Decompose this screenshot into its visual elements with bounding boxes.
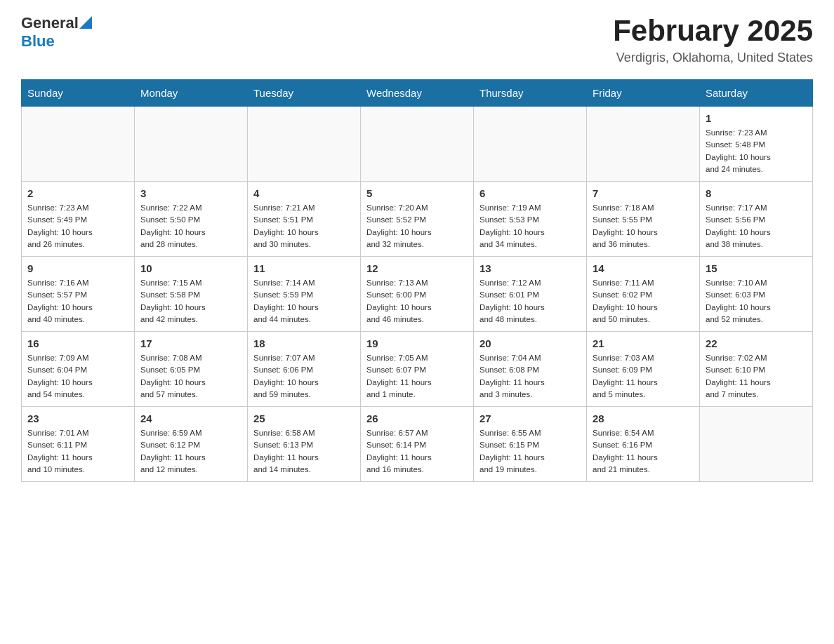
day-number: 5 [366,187,468,199]
day-number: 23 [27,412,128,424]
logo-general-text: General [21,14,79,32]
day-number: 17 [140,337,241,349]
day-number: 25 [253,412,355,424]
day-number: 22 [706,337,807,349]
day-info: Sunrise: 6:55 AMSunset: 6:15 PMDaylight:… [479,427,581,476]
weekday-header-monday: Monday [135,80,248,107]
calendar-day-cell: 28Sunrise: 6:54 AMSunset: 6:16 PMDayligh… [587,407,700,482]
calendar-table: SundayMondayTuesdayWednesdayThursdayFrid… [21,79,813,482]
calendar-title: February 2025 [613,14,813,48]
calendar-day-cell: 15Sunrise: 7:10 AMSunset: 6:03 PMDayligh… [700,257,813,332]
weekday-header-saturday: Saturday [700,80,813,107]
day-info: Sunrise: 7:03 AMSunset: 6:09 PMDaylight:… [593,352,694,401]
calendar-day-cell: 22Sunrise: 7:02 AMSunset: 6:10 PMDayligh… [700,332,813,407]
day-number: 19 [366,337,468,349]
weekday-header-wednesday: Wednesday [361,80,474,107]
day-number: 1 [706,112,807,124]
day-info: Sunrise: 7:17 AMSunset: 5:56 PMDaylight:… [706,202,807,250]
calendar-day-cell [587,107,700,182]
day-info: Sunrise: 7:12 AMSunset: 6:01 PMDaylight:… [479,277,581,326]
calendar-day-cell: 24Sunrise: 6:59 AMSunset: 6:12 PMDayligh… [135,407,248,482]
calendar-day-cell [361,107,474,182]
day-number: 18 [253,337,355,349]
calendar-day-cell: 11Sunrise: 7:14 AMSunset: 5:59 PMDayligh… [248,257,361,332]
day-number: 10 [140,262,241,274]
calendar-day-cell: 7Sunrise: 7:18 AMSunset: 5:55 PMDaylight… [587,182,700,257]
calendar-week-row: 9Sunrise: 7:16 AMSunset: 5:57 PMDaylight… [22,257,813,332]
calendar-week-row: 23Sunrise: 7:01 AMSunset: 6:11 PMDayligh… [22,407,813,482]
calendar-day-cell [248,107,361,182]
calendar-day-cell: 2Sunrise: 7:23 AMSunset: 5:49 PMDaylight… [22,182,135,257]
day-info: Sunrise: 7:04 AMSunset: 6:08 PMDaylight:… [479,352,581,401]
day-info: Sunrise: 7:22 AMSunset: 5:50 PMDaylight:… [140,202,241,250]
calendar-day-cell: 4Sunrise: 7:21 AMSunset: 5:51 PMDaylight… [248,182,361,257]
calendar-day-cell: 1Sunrise: 7:23 AMSunset: 5:48 PMDaylight… [700,107,813,182]
calendar-body: 1Sunrise: 7:23 AMSunset: 5:48 PMDaylight… [22,107,813,482]
calendar-day-cell [22,107,135,182]
calendar-day-cell [700,407,813,482]
logo-blue-text: Blue [21,32,55,50]
day-info: Sunrise: 7:01 AMSunset: 6:11 PMDaylight:… [27,427,128,476]
calendar-day-cell: 9Sunrise: 7:16 AMSunset: 5:57 PMDaylight… [22,257,135,332]
calendar-week-row: 2Sunrise: 7:23 AMSunset: 5:49 PMDaylight… [22,182,813,257]
calendar-day-cell: 20Sunrise: 7:04 AMSunset: 6:08 PMDayligh… [474,332,587,407]
day-number: 6 [479,187,581,199]
day-number: 16 [27,337,128,349]
calendar-day-cell: 12Sunrise: 7:13 AMSunset: 6:00 PMDayligh… [361,257,474,332]
day-number: 11 [253,262,355,274]
day-info: Sunrise: 6:59 AMSunset: 6:12 PMDaylight:… [140,427,241,476]
day-number: 26 [366,412,468,424]
title-block: February 2025 Verdigris, Oklahoma, Unite… [613,14,813,65]
calendar-day-cell: 19Sunrise: 7:05 AMSunset: 6:07 PMDayligh… [361,332,474,407]
day-number: 15 [706,262,807,274]
day-number: 2 [27,187,128,199]
day-info: Sunrise: 7:23 AMSunset: 5:48 PMDaylight:… [706,127,807,175]
weekday-header-friday: Friday [587,80,700,107]
weekday-header-sunday: Sunday [22,80,135,107]
day-info: Sunrise: 6:58 AMSunset: 6:13 PMDaylight:… [253,427,355,476]
day-number: 20 [479,337,581,349]
calendar-day-cell: 8Sunrise: 7:17 AMSunset: 5:56 PMDaylight… [700,182,813,257]
day-info: Sunrise: 7:23 AMSunset: 5:49 PMDaylight:… [27,202,128,250]
day-number: 7 [593,187,694,199]
day-info: Sunrise: 7:20 AMSunset: 5:52 PMDaylight:… [366,202,468,250]
day-info: Sunrise: 7:08 AMSunset: 6:05 PMDaylight:… [140,352,241,401]
day-info: Sunrise: 7:02 AMSunset: 6:10 PMDaylight:… [706,352,807,401]
day-number: 4 [253,187,355,199]
calendar-subtitle: Verdigris, Oklahoma, United States [613,51,813,65]
calendar-day-cell [474,107,587,182]
day-info: Sunrise: 7:10 AMSunset: 6:03 PMDaylight:… [706,277,807,326]
day-info: Sunrise: 7:14 AMSunset: 5:59 PMDaylight:… [253,277,355,326]
calendar-day-cell [135,107,248,182]
day-number: 8 [706,187,807,199]
day-info: Sunrise: 7:19 AMSunset: 5:53 PMDaylight:… [479,202,581,250]
weekday-header-row: SundayMondayTuesdayWednesdayThursdayFrid… [22,80,813,107]
svg-marker-0 [79,16,92,29]
weekday-header-thursday: Thursday [474,80,587,107]
day-number: 9 [27,262,128,274]
calendar-day-cell: 14Sunrise: 7:11 AMSunset: 6:02 PMDayligh… [587,257,700,332]
day-number: 3 [140,187,241,199]
calendar-day-cell: 18Sunrise: 7:07 AMSunset: 6:06 PMDayligh… [248,332,361,407]
calendar-week-row: 16Sunrise: 7:09 AMSunset: 6:04 PMDayligh… [22,332,813,407]
day-info: Sunrise: 6:57 AMSunset: 6:14 PMDaylight:… [366,427,468,476]
calendar-week-row: 1Sunrise: 7:23 AMSunset: 5:48 PMDaylight… [22,107,813,182]
weekday-header-tuesday: Tuesday [248,80,361,107]
calendar-day-cell: 23Sunrise: 7:01 AMSunset: 6:11 PMDayligh… [22,407,135,482]
day-info: Sunrise: 7:15 AMSunset: 5:58 PMDaylight:… [140,277,241,326]
day-info: Sunrise: 7:07 AMSunset: 6:06 PMDaylight:… [253,352,355,401]
calendar-day-cell: 10Sunrise: 7:15 AMSunset: 5:58 PMDayligh… [135,257,248,332]
day-number: 21 [593,337,694,349]
calendar-day-cell: 13Sunrise: 7:12 AMSunset: 6:01 PMDayligh… [474,257,587,332]
logo-arrow-icon [79,16,92,29]
calendar-day-cell: 25Sunrise: 6:58 AMSunset: 6:13 PMDayligh… [248,407,361,482]
day-number: 24 [140,412,241,424]
calendar-day-cell: 27Sunrise: 6:55 AMSunset: 6:15 PMDayligh… [474,407,587,482]
day-info: Sunrise: 7:21 AMSunset: 5:51 PMDaylight:… [253,202,355,250]
calendar-day-cell: 17Sunrise: 7:08 AMSunset: 6:05 PMDayligh… [135,332,248,407]
day-info: Sunrise: 7:05 AMSunset: 6:07 PMDaylight:… [366,352,468,401]
day-info: Sunrise: 7:16 AMSunset: 5:57 PMDaylight:… [27,277,128,326]
day-info: Sunrise: 7:13 AMSunset: 6:00 PMDaylight:… [366,277,468,326]
day-number: 14 [593,262,694,274]
calendar-day-cell: 16Sunrise: 7:09 AMSunset: 6:04 PMDayligh… [22,332,135,407]
